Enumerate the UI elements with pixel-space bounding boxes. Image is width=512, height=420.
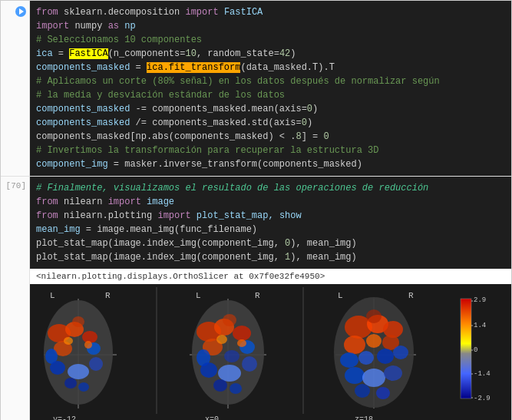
keyword: import [185, 7, 223, 18]
svg-point-36 [213, 379, 227, 392]
code-line: # Seleccionamos 10 componentes [36, 33, 505, 47]
svg-point-55 [384, 365, 402, 381]
svg-text:2.9: 2.9 [474, 296, 486, 304]
highlighted-fn: ica.fit_transform [147, 62, 240, 73]
number: 0 [307, 104, 312, 114]
comment: # la media y desviación estándar de los … [36, 90, 285, 101]
keyword: as [108, 21, 125, 31]
cell-2-code: # Finalmente, visualizamos el resultado … [30, 177, 511, 269]
svg-point-34 [218, 365, 241, 382]
cell-1-content: from sklearn.decomposition import FastIC… [30, 1, 511, 176]
keyword: import [108, 197, 147, 207]
keyword: import [36, 21, 74, 31]
code-line: ica = FastICA(n_components=10, random_st… [36, 47, 505, 61]
svg-rect-64 [461, 299, 471, 399]
notebook: from sklearn.decomposition import FastIC… [0, 0, 512, 420]
identifier: FastICA [224, 7, 263, 18]
svg-point-29 [233, 326, 251, 341]
code-line: components_masked -= components_masked.m… [36, 102, 505, 116]
identifier: image [147, 197, 174, 207]
cell-1-gutter [1, 1, 30, 176]
code-line: import numpy as np [36, 19, 505, 33]
code-line: components_masked /= components_masked.s… [36, 116, 505, 130]
module: nilearn [64, 197, 108, 207]
svg-point-19 [68, 364, 89, 379]
identifier: components_masked [36, 62, 130, 73]
code: ) [290, 48, 296, 59]
cell-2-gutter: [70] [1, 177, 30, 420]
code-line: # la media y desviación estándar de los … [36, 88, 505, 102]
svg-text:1.4: 1.4 [474, 322, 486, 329]
run-button-1[interactable] [15, 6, 26, 17]
svg-text:y=-12: y=-12 [53, 415, 76, 420]
cell-2-number: [70] [6, 181, 26, 190]
svg-point-41 [224, 350, 239, 362]
code-line: mean_img = image.mean_img(func_filename) [36, 223, 505, 236]
code-line: component_img = masker.inverse_transform… [36, 157, 505, 171]
highlighted-fn: FastICA [69, 48, 107, 59]
svg-point-51 [377, 349, 394, 364]
code-line: components_masked[np.abs(components_mask… [36, 130, 505, 144]
code: ] = [302, 131, 324, 142]
keyword: from [36, 210, 64, 221]
svg-point-25 [72, 316, 84, 327]
svg-point-53 [345, 367, 365, 384]
keyword: from [36, 197, 64, 207]
module: sklearn.decomposition [64, 7, 185, 18]
svg-text:L: L [338, 291, 343, 300]
identifier: component_img [36, 159, 108, 170]
svg-point-39 [237, 339, 246, 347]
svg-text:L: L [196, 291, 201, 300]
number: 10 [185, 48, 196, 59]
keyword: from [36, 7, 64, 18]
code-line: # Finalmente, visualizamos el resultado … [36, 181, 505, 195]
code: ) [312, 104, 318, 114]
code: (data_masked.T).T [240, 62, 334, 73]
brain-svg: L R L R [36, 287, 497, 420]
code-line: # Aplicamos un corte (80% señal) en los … [36, 74, 505, 88]
svg-point-52 [393, 346, 408, 359]
svg-point-22 [78, 382, 89, 392]
svg-point-20 [89, 357, 103, 371]
code: ) [307, 117, 312, 128]
code-line: plot_stat_map(image.index_img(component_… [36, 236, 505, 250]
identifier: ica [36, 48, 53, 59]
svg-point-24 [84, 341, 92, 349]
svg-point-37 [230, 383, 242, 394]
number: 0 [323, 131, 329, 142]
number: 8 [296, 131, 301, 142]
svg-point-40 [223, 314, 236, 326]
identifier: plot_stat_map, show [197, 210, 302, 221]
number: 42 [279, 48, 290, 59]
output-text: <nilearn.plotting.displays.OrthoSlicer a… [30, 269, 511, 284]
code: , random_state= [197, 48, 279, 59]
svg-text:z=18: z=18 [355, 415, 373, 420]
code: ), mean_img) [290, 238, 356, 249]
comment: # Seleccionamos 10 componentes [36, 35, 202, 45]
svg-point-50 [358, 351, 374, 365]
identifier: components_masked [36, 104, 130, 114]
code-line: from sklearn.decomposition import FastIC… [36, 5, 505, 19]
operator: = [130, 62, 147, 73]
comment: # Invertimos la transformación para recu… [36, 145, 378, 156]
code: plot_stat_map(image.index_img(component_… [36, 252, 285, 263]
identifier: components_masked [36, 117, 130, 128]
svg-point-23 [64, 337, 73, 345]
code: = masker.inverse_transform(components_ma… [108, 159, 362, 170]
module: numpy [74, 21, 107, 31]
code-line: plot_stat_map(image.index_img(component_… [36, 250, 505, 264]
cell-2-content: # Finalmente, visualizamos el resultado … [30, 177, 511, 420]
code: -= components_masked.mean(axis= [130, 104, 306, 114]
svg-text:R: R [105, 291, 111, 300]
comment: # Finalmente, visualizamos el resultado … [36, 183, 428, 193]
svg-point-33 [200, 362, 217, 378]
svg-point-56 [355, 384, 370, 398]
svg-point-18 [50, 361, 65, 375]
code-line: # Invertimos la transformación para recu… [36, 144, 505, 157]
brain-visualization: L R L R [30, 284, 511, 420]
svg-point-49 [340, 352, 358, 368]
code: = image.mean_img(func_filename) [81, 224, 257, 235]
svg-point-46 [344, 336, 365, 354]
svg-text:R: R [255, 291, 260, 300]
code-line: from nilearn.plotting import plot_stat_m… [36, 209, 505, 223]
